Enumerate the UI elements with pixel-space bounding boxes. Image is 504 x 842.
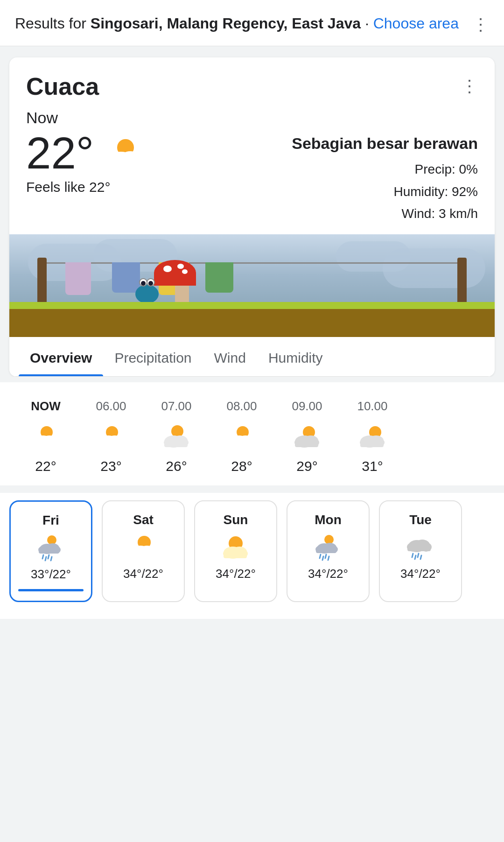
choose-area-link[interactable]: Choose area [373, 15, 459, 32]
svg-point-64 [324, 535, 334, 544]
hourly-time-08: 08.00 [226, 399, 257, 414]
hourly-item-08: 08.00 28° [209, 395, 274, 478]
hourly-icon-10 [356, 423, 389, 451]
cloth-4 [205, 262, 233, 293]
mushroom-cap [154, 260, 196, 286]
svg-rect-17 [99, 441, 122, 447]
hourly-icon-06 [94, 423, 128, 451]
mushroom-spot-3 [182, 269, 188, 274]
mushroom-spot-1 [163, 266, 172, 272]
svg-rect-41 [360, 441, 384, 447]
daily-section: Fri 33°/22° Sat [0, 493, 504, 619]
header: Results for Singosari, Malang Regency, E… [0, 0, 504, 46]
divider-2 [0, 485, 504, 491]
hourly-temp-09: 29° [296, 458, 317, 474]
daily-active-bar-fri [18, 589, 84, 591]
svg-rect-69 [316, 548, 336, 553]
svg-rect-29 [230, 441, 253, 447]
card-title-row: Cuaca ⋮ [26, 72, 478, 100]
daily-day-tue: Tue [409, 512, 432, 527]
illustration-ground [9, 309, 495, 337]
condition-text: Sebagian besar berawan [292, 134, 478, 153]
temperature: 22° [26, 131, 94, 175]
hourly-temp-10: 31° [362, 458, 383, 474]
precip-detail: Precip: 0% [292, 158, 478, 181]
daily-day-sat: Sat [133, 512, 154, 527]
daily-icon-sun [219, 533, 252, 561]
clothesline [47, 262, 457, 264]
now-label: Now [26, 109, 478, 127]
svg-point-42 [47, 535, 56, 545]
hourly-icon-now [29, 423, 63, 451]
frog-pupil-right [148, 281, 153, 286]
daily-temps-sun: 34°/22° [216, 567, 256, 581]
frog [135, 285, 159, 303]
bg-cloud-4 [336, 241, 411, 272]
daily-temps-sat: 34°/22° [123, 567, 163, 581]
weather-details: Sebagian besar berawan Precip: 0% Humidi… [292, 131, 478, 225]
hourly-temp-now: 22° [35, 458, 56, 474]
daily-card-sat[interactable]: Sat 34°/22° [102, 500, 185, 602]
hourly-item-07: 07.00 26° [144, 395, 209, 478]
svg-line-70 [320, 554, 321, 558]
daily-scroll[interactable]: Fri 33°/22° Sat [9, 500, 495, 606]
svg-line-51 [51, 557, 52, 561]
daily-card-mon[interactable]: Mon 34°/22° [287, 500, 370, 602]
card-title: Cuaca [26, 72, 99, 100]
daily-day-sun: Sun [224, 512, 248, 527]
daily-temps-mon: 34°/22° [308, 567, 348, 581]
card-top: Cuaca ⋮ Now [9, 57, 495, 127]
separator: · [361, 15, 373, 32]
svg-rect-57 [131, 551, 154, 557]
wind-detail: Wind: 3 km/h [292, 203, 478, 225]
hourly-temp-07: 26° [166, 458, 187, 474]
mushroom [168, 260, 196, 304]
daily-temps-tue: 34°/22° [400, 567, 441, 581]
hourly-icon-08 [225, 423, 259, 451]
tab-precipitation[interactable]: Precipitation [103, 337, 203, 376]
header-text: Results for Singosari, Malang Regency, E… [15, 13, 465, 34]
svg-rect-63 [224, 552, 247, 558]
daily-card-sun[interactable]: Sun 34°/22° [194, 500, 277, 602]
svg-rect-47 [39, 548, 59, 554]
svg-line-49 [48, 555, 49, 559]
tab-humidity[interactable]: Humidity [257, 337, 334, 376]
hourly-scroll[interactable]: NOW 22° 06.00 23° [0, 395, 504, 478]
daily-card-tue[interactable]: Tue 34°/22° [379, 500, 462, 602]
svg-rect-35 [295, 441, 318, 447]
hourly-temp-06: 23° [100, 458, 121, 474]
hourly-item-09: 09.00 29° [274, 395, 340, 478]
hourly-item-10: 10.00 31° [340, 395, 405, 478]
card-menu-icon[interactable]: ⋮ [461, 77, 478, 96]
svg-rect-5 [108, 159, 140, 168]
mushroom-stem [175, 286, 189, 304]
hourly-item-06: 06.00 23° [78, 395, 144, 478]
svg-rect-11 [34, 441, 57, 447]
hourly-temp-08: 28° [231, 458, 252, 474]
daily-icon-mon [311, 533, 345, 561]
frog-body [135, 285, 159, 303]
divider-1 [0, 377, 504, 382]
svg-rect-78 [407, 545, 431, 551]
svg-rect-23 [164, 441, 188, 447]
humidity-detail: Humidity: 92% [292, 181, 478, 203]
daily-card-fri[interactable]: Fri 33°/22° [9, 500, 92, 602]
daily-temps-fri: 33°/22° [31, 567, 71, 582]
svg-line-81 [415, 555, 416, 559]
cloth-1 [65, 262, 91, 295]
tree-right [457, 258, 467, 304]
tab-overview[interactable]: Overview [19, 337, 103, 376]
hourly-section: NOW 22° 06.00 23° [0, 382, 504, 485]
hourly-icon-09 [290, 423, 324, 451]
svg-line-79 [412, 554, 413, 557]
tab-wind[interactable]: Wind [203, 337, 257, 376]
frog-pupil-left [141, 281, 146, 286]
svg-line-50 [45, 557, 46, 561]
feels-like: Feels like 22° [26, 179, 148, 195]
hourly-icon-07 [160, 423, 193, 451]
hourly-time-now: NOW [31, 399, 61, 414]
header-menu-icon[interactable]: ⋮ [465, 13, 489, 35]
tabs-container: Overview Precipitation Wind Humidity [9, 337, 495, 377]
temp-row: 22° [26, 131, 148, 175]
hourly-time-07: 07.00 [161, 399, 191, 414]
